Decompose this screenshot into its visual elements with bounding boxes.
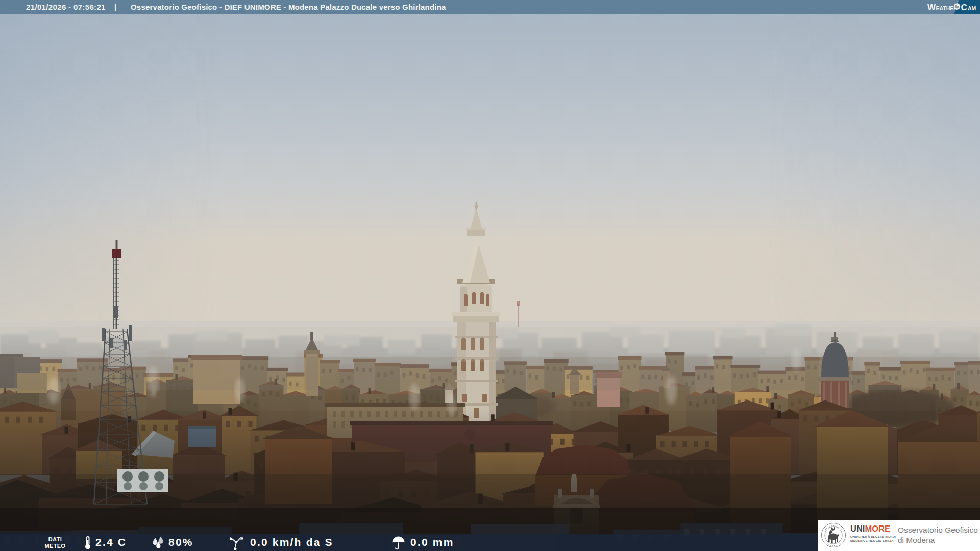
svg-text:W: W	[927, 3, 936, 12]
svg-text:AM: AM	[968, 5, 976, 11]
svg-text:C: C	[961, 3, 967, 12]
